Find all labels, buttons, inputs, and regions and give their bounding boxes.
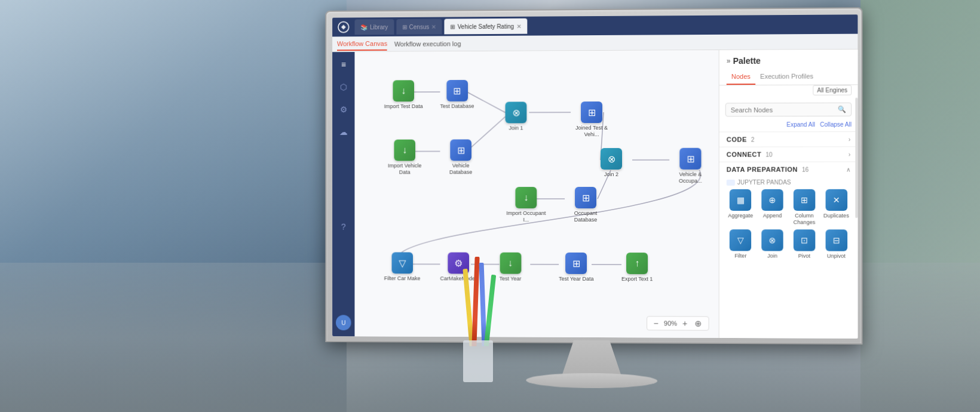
palette-node-icon-column-changes: ⊞ <box>794 189 815 211</box>
palette-tab-nodes[interactable]: Nodes <box>727 69 755 85</box>
node-icon-occupant-db: ⊞ <box>575 187 596 208</box>
search-input[interactable] <box>731 106 835 113</box>
palette-title: Palette <box>733 56 761 66</box>
zoom-out-button[interactable]: − <box>652 318 660 328</box>
node-test-db[interactable]: ⊞ Test Database <box>440 80 474 110</box>
palette-section-data-prep-count: 16 <box>802 167 808 173</box>
node-icon-joined-test: ⊞ <box>581 102 602 123</box>
node-test-year-data[interactable]: ⊞ Test Year Data <box>559 253 593 282</box>
monitor-stand-base <box>526 373 657 388</box>
pencil-cup-body <box>463 340 493 382</box>
node-label-occupant-db: Occupant Database <box>565 210 607 223</box>
node-test-year[interactable]: ↓ Test Year <box>500 253 522 282</box>
palette-section-connect-header[interactable]: CONNECT 10 › <box>719 146 858 162</box>
sidebar-icon-settings[interactable]: ⚙ <box>337 103 350 116</box>
pandas-icon <box>727 179 735 185</box>
palette-node-append[interactable]: ⊕ Append <box>758 189 786 226</box>
node-label-test-year-data: Test Year Data <box>559 276 593 282</box>
palette-node-unpivot[interactable]: ⊟ Unpivot <box>822 229 850 259</box>
palette-panel: » Palette Nodes Execution Profiles All E… <box>719 50 858 339</box>
node-icon-test-year: ↓ <box>500 253 521 274</box>
palette-controls: Expand All Collapse All <box>719 121 858 132</box>
sub-tab-canvas[interactable]: Workflow Canvas <box>337 37 387 50</box>
fit-view-button[interactable]: ⊕ <box>693 319 703 328</box>
palette-scrollbar[interactable] <box>855 98 858 219</box>
node-icon-import-occupant: ↓ <box>515 187 537 208</box>
palette-header: » Palette <box>719 50 858 66</box>
node-import-test[interactable]: ↓ Import Test Data <box>384 80 423 110</box>
palette-engine-selector: All Engines <box>719 85 858 98</box>
zoom-level: 90% <box>664 319 677 327</box>
palette-section-connect: CONNECT 10 › <box>719 146 858 162</box>
palette-node-filter[interactable]: ▽ Filter <box>727 229 755 259</box>
node-import-occupant[interactable]: ↓ Import Occupant I... <box>506 187 547 223</box>
pencil-4 <box>484 275 496 346</box>
sidebar-icon-cloud[interactable]: ☁ <box>337 125 350 139</box>
palette-section-code: CODE 2 › <box>719 131 858 147</box>
tab-vehicle-safety-close[interactable]: ✕ <box>516 23 521 29</box>
palette-section-data-prep-arrow: ∧ <box>846 166 850 173</box>
node-label-import-occupant: Import Occupant I... <box>506 210 547 223</box>
node-import-vehicle[interactable]: ↓ Import Vehicle Data <box>384 140 425 176</box>
palette-search-box[interactable]: 🔍 <box>725 103 852 117</box>
palette-node-label-pivot: Pivot <box>798 253 810 259</box>
node-icon-test-year-data: ⊞ <box>565 253 587 274</box>
palette-section-data-prep-title: DATA PREPARATION <box>727 166 798 173</box>
palette-section-data-prep: DATA PREPARATION 16 ∧ JUPYTER PANDAS <box>719 161 858 266</box>
node-filter-car[interactable]: ▽ Filter Car Make <box>384 252 421 282</box>
palette-node-icon-filter: ▽ <box>730 229 751 251</box>
palette-section-code-header[interactable]: CODE 2 › <box>719 131 858 147</box>
sidebar-avatar[interactable]: U <box>336 315 351 330</box>
tab-census[interactable]: ⊞ Census ✕ <box>396 19 442 35</box>
search-icon: 🔍 <box>838 106 846 113</box>
palette-node-join[interactable]: ⊗ Join <box>758 229 786 259</box>
node-joined-test[interactable]: ⊞ Joined Test & Vehi... <box>571 102 612 138</box>
sub-tab-log[interactable]: Workflow execution log <box>394 38 461 50</box>
engine-dropdown[interactable]: All Engines <box>813 85 852 95</box>
node-vehicle-occupa[interactable]: ⊞ Vehicle & Occupa... <box>669 148 711 185</box>
left-sidebar: ≡ ⬡ ⚙ ☁ ? U <box>332 52 354 336</box>
sidebar-icon-network[interactable]: ⬡ <box>337 81 350 94</box>
palette-node-label-filter: Filter <box>734 253 746 259</box>
node-label-filter-car: Filter Car Make <box>384 275 421 282</box>
sidebar-icon-menu[interactable]: ≡ <box>337 58 350 71</box>
node-occupant-db[interactable]: ⊞ Occupant Database <box>565 187 607 223</box>
node-label-import-test: Import Test Data <box>384 103 423 110</box>
node-label-join2: Join 2 <box>604 171 618 178</box>
palette-node-grid: ▦ Aggregate ⊕ Append ⊞ <box>727 189 850 264</box>
palette-node-label-column-changes: Column Changes <box>790 213 818 226</box>
node-join2[interactable]: ⊗ Join 2 <box>601 148 622 178</box>
palette-tab-execution-profiles[interactable]: Execution Profiles <box>755 69 818 85</box>
tab-library[interactable]: 📚 Library <box>354 19 394 35</box>
palette-node-label-duplicates: Duplicates <box>823 213 849 219</box>
palette-section-code-count: 2 <box>751 136 755 143</box>
node-join1[interactable]: ⊗ Join 1 <box>506 102 527 131</box>
palette-section-code-title: CODE <box>727 136 747 143</box>
palette-node-label-unpivot: Unpivot <box>827 253 846 259</box>
palette-node-column-changes[interactable]: ⊞ Column Changes <box>790 189 818 226</box>
palette-node-duplicates[interactable]: ✕ Duplicates <box>822 189 850 226</box>
expand-all-button[interactable]: Expand All <box>786 121 815 128</box>
palette-node-pivot[interactable]: ⊡ Pivot <box>790 229 818 259</box>
workflow-canvas[interactable]: ↓ Import Test Data ⊞ Test Database ⊗ Joi… <box>354 50 718 338</box>
node-export-text1[interactable]: ↑ Export Text 1 <box>621 253 653 282</box>
tab-vehicle-safety[interactable]: ⊞ Vehicle Safety Rating ✕ <box>445 19 527 35</box>
palette-section-data-prep-header[interactable]: DATA PREPARATION 16 ∧ <box>719 161 858 176</box>
zoom-in-button[interactable]: + <box>681 319 689 328</box>
palette-node-label-append: Append <box>763 213 782 219</box>
app-ui: 📚 Library ⊞ Census ✕ ⊞ Vehicle Safety Ra… <box>332 14 858 339</box>
node-label-vehicle-db: Vehicle Database <box>440 162 482 176</box>
palette-node-label-join: Join <box>767 253 777 259</box>
zoom-controls: − 90% + ⊕ <box>647 316 709 330</box>
node-vehicle-db[interactable]: ⊞ Vehicle Database <box>440 139 482 175</box>
palette-node-aggregate[interactable]: ▦ Aggregate <box>727 189 755 226</box>
sidebar-icon-help[interactable]: ? <box>337 220 350 233</box>
node-icon-vehicle-occupa: ⊞ <box>679 148 701 170</box>
tab-census-close[interactable]: ✕ <box>431 23 436 30</box>
table-icon-vehicle: ⊞ <box>451 23 455 30</box>
palette-node-icon-duplicates: ✕ <box>825 189 847 211</box>
collapse-all-button[interactable]: Collapse All <box>820 121 852 128</box>
app-logo <box>337 20 350 33</box>
monitor-bezel: 📚 Library ⊞ Census ✕ ⊞ Vehicle Safety Ra… <box>325 7 862 345</box>
node-label-joined-test: Joined Test & Vehi... <box>571 125 612 138</box>
